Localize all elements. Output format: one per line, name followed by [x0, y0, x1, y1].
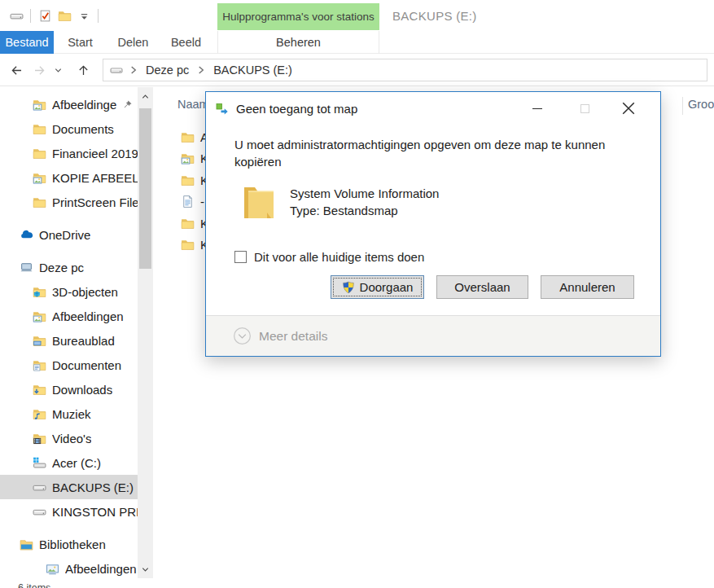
- drive-icon: [10, 9, 24, 23]
- tab-beheren[interactable]: Beheren: [217, 31, 379, 54]
- sidebar-item-financieel-2019[interactable]: Financieel 2019: [0, 141, 138, 165]
- sidebar-item-documenten[interactable]: Documenten: [0, 353, 138, 377]
- documents-folder-icon: [33, 358, 46, 372]
- dialog-titlebar: Geen toegang tot map: [206, 92, 660, 125]
- pictures-folder-icon: [181, 151, 195, 165]
- dialog-item-text: System Volume Information Type: Bestands…: [290, 183, 439, 221]
- separator: [98, 9, 99, 23]
- breadcrumb-chevron-icon[interactable]: [195, 64, 208, 77]
- back-arrow-icon: [10, 64, 24, 77]
- continue-label: Doorgaan: [360, 280, 414, 294]
- skip-label: Overslaan: [454, 280, 510, 294]
- tab-delen[interactable]: Delen: [107, 31, 160, 54]
- sidebar-item-video-s[interactable]: Video's: [0, 426, 138, 450]
- forward-button[interactable]: [28, 59, 50, 81]
- skip-button[interactable]: Overslaan: [436, 275, 528, 299]
- back-button[interactable]: [5, 59, 28, 81]
- music-folder-icon: [33, 407, 46, 421]
- tab-bestand[interactable]: Bestand: [0, 31, 54, 54]
- cancel-button[interactable]: Annuleren: [541, 275, 634, 299]
- properties-button[interactable]: [35, 6, 55, 25]
- sidebar-item-afbeeldingen[interactable]: Afbeeldingen: [0, 304, 138, 328]
- breadcrumb-backups-e[interactable]: BACKUPS (E:): [212, 64, 294, 77]
- folder-icon: [33, 147, 46, 160]
- sidebar-item-kopie-afbeeldin[interactable]: KOPIE AFBEELDIN: [0, 165, 138, 190]
- breadcrumb-deze-pc[interactable]: Deze pc: [144, 64, 191, 77]
- cancel-label: Annuleren: [559, 280, 615, 294]
- column-header-naam[interactable]: Naam: [177, 98, 209, 111]
- dialog-body: U moet administratormachtigingen opgeven…: [206, 136, 660, 299]
- sidebar-item-label: Bureaublad: [52, 334, 115, 348]
- column-header-grootte[interactable]: Groo: [688, 98, 714, 111]
- window-title: BACKUPS (E:): [392, 0, 477, 31]
- onedrive-icon: [20, 228, 33, 242]
- forward-arrow-icon: [33, 64, 46, 77]
- sidebar-item-onedrive[interactable]: OneDrive: [0, 222, 138, 247]
- sidebar-item-printscreen-files[interactable]: PrintScreen Files: [0, 190, 138, 214]
- column-divider[interactable]: [682, 97, 683, 115]
- sidebar-item-backups-e[interactable]: BACKUPS (E:): [0, 475, 138, 499]
- copy-move-icon: [216, 102, 229, 115]
- sidebar-item-documents[interactable]: Documents: [0, 116, 138, 141]
- sidebar-item-afbeeldingen[interactable]: Afbeeldingen: [0, 92, 138, 116]
- sidebar-scrollbar[interactable]: [138, 87, 153, 578]
- customize-qat-button[interactable]: [74, 6, 94, 25]
- sidebar-item-deze-pc[interactable]: Deze pc: [0, 255, 138, 279]
- up-arrow-icon: [77, 64, 90, 77]
- sidebar-item-label: PrintScreen Files: [52, 195, 138, 209]
- computer-icon: [20, 261, 33, 274]
- sidebar-item-bureaublad[interactable]: Bureaublad: [0, 328, 138, 353]
- dialog-buttons: Doorgaan Overslaan Annuleren: [234, 275, 660, 299]
- sidebar-item-label: BACKUPS (E:): [52, 480, 134, 494]
- scroll-down-button[interactable]: [138, 562, 153, 577]
- sidebar-item-downloads[interactable]: Downloads: [0, 377, 138, 402]
- minimize-button[interactable]: [527, 99, 548, 118]
- sidebar-item-acer-c[interactable]: Acer (C:): [0, 450, 138, 475]
- chevron-down-icon: [54, 66, 63, 75]
- sidebar-item-afbeeldingen[interactable]: Afbeeldingen: [0, 556, 138, 581]
- sidebar-item-muziek[interactable]: Muziek: [0, 402, 138, 426]
- sidebar-item-label: Deze pc: [39, 261, 84, 274]
- folder-access-dialog: Geen toegang tot map U moet administrato…: [205, 91, 661, 357]
- folder-icon: [181, 238, 195, 252]
- folder-icon: [33, 122, 46, 136]
- close-button[interactable]: [618, 99, 639, 118]
- ribbon-tab-row: Bestand StartDelenBeeld Beheren: [0, 31, 714, 54]
- ribbon-tabs: StartDelenBeeld: [54, 31, 212, 54]
- pictures-folder-icon: [33, 98, 46, 112]
- sidebar-item-label: Downloads: [52, 383, 112, 397]
- scroll-up-button[interactable]: [138, 89, 153, 103]
- maximize-button[interactable]: [574, 99, 595, 118]
- breadcrumb-chevron-icon[interactable]: [127, 64, 140, 77]
- file-name: -: [200, 195, 204, 208]
- window-icon[interactable]: [7, 6, 26, 25]
- document-icon: [181, 195, 195, 208]
- apply-to-all-checkbox[interactable]: [234, 251, 247, 263]
- sidebar-item-bibliotheken[interactable]: Bibliotheken: [0, 532, 138, 556]
- separator: [30, 9, 31, 23]
- recent-locations-button[interactable]: [50, 59, 65, 81]
- continue-button[interactable]: Doorgaan: [331, 275, 424, 299]
- sidebar-item-kingston-prive[interactable]: KINGSTON PRIVE: [0, 499, 138, 524]
- tab-beeld[interactable]: Beeld: [160, 31, 212, 54]
- apply-to-all-row: Dit voor alle huidige items doen: [234, 250, 660, 264]
- sidebar-item-label: 3D-objecten: [52, 285, 118, 299]
- sidebar-item-3d-objecten[interactable]: 3D-objecten: [0, 279, 138, 304]
- folder-icon: [58, 9, 72, 23]
- drive-icon: [33, 505, 46, 519]
- sidebar-item-label: Financieel 2019: [52, 147, 138, 160]
- address-bar[interactable]: Deze pcBACKUPS (E:): [103, 59, 707, 81]
- details-expander[interactable]: Meer details: [206, 315, 660, 356]
- checkbox-label: Dit voor alle huidige items doen: [254, 250, 424, 264]
- tab-start[interactable]: Start: [54, 31, 107, 54]
- big-folder-icon: [242, 183, 276, 221]
- new-folder-button[interactable]: [55, 6, 74, 25]
- up-button[interactable]: [72, 59, 94, 81]
- quick-access-toolbar: [7, 0, 103, 31]
- sidebar-item-label: KINGSTON PRIVE: [52, 505, 138, 519]
- titlebar: Hulpprogramma's voor stations BACKUPS (E…: [0, 0, 714, 31]
- folder-icon: [181, 217, 195, 230]
- sidebar-item-label: Afbeeldingen: [52, 309, 124, 323]
- drive-icon: [110, 64, 123, 77]
- scrollbar-thumb[interactable]: [139, 108, 151, 269]
